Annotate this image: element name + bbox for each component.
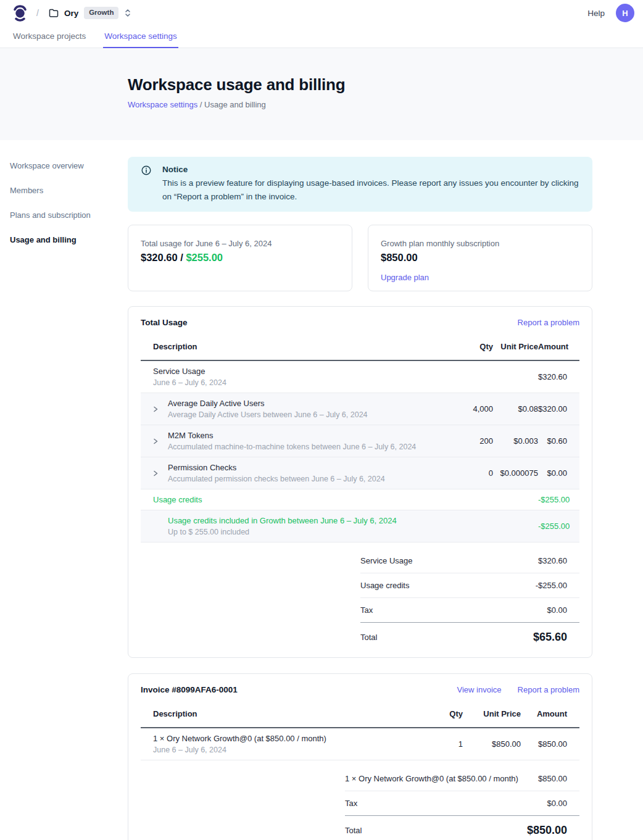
avatar-initial: H <box>622 9 628 18</box>
plan-badge: Growth <box>84 7 118 19</box>
summary-row-total: Total $850.00 <box>345 816 579 840</box>
invoice-card: Invoice #8099AFA6-0001 View invoice Repo… <box>128 673 592 840</box>
breadcrumb-workspace-settings-link[interactable]: Workspace settings <box>128 100 197 109</box>
summary-row-service-usage: Service Usage $320.60 <box>360 549 579 573</box>
report-problem-link[interactable]: Report a problem <box>518 685 579 694</box>
table-row-daily-active-users: Average Daily Active Users Average Daily… <box>141 393 579 425</box>
workspace-tabbar: Workspace projects Workspace settings <box>0 26 643 48</box>
table-row-usage-credits: Usage credits -$255.00 <box>141 489 579 510</box>
column-amount: Amount <box>521 709 579 718</box>
summary-row-subscription: 1 × Ory Network Growth@0 (at $850.00 / m… <box>345 767 579 791</box>
breadcrumb: Workspace settings / Usage and billing <box>128 100 592 109</box>
table-row-usage-credits-included: Usage credits included in Growth between… <box>141 510 579 543</box>
total-usage-card: Total usage for June 6 – July 6, 2024 $3… <box>128 225 352 291</box>
summary-row-usage-credits: Usage credits -$255.00 <box>360 573 579 598</box>
user-avatar[interactable]: H <box>616 4 634 22</box>
column-description: Description <box>141 709 413 718</box>
column-qty: Qty <box>413 709 463 718</box>
subscription-card: Growth plan monthly subscription $850.00… <box>368 225 592 291</box>
summary-row-tax: Tax $0.00 <box>360 598 579 623</box>
sidebar-item-usage-and-billing[interactable]: Usage and billing <box>10 235 122 244</box>
upgrade-plan-link[interactable]: Upgrade plan <box>381 273 579 282</box>
top-bar: / Ory Growth Help H <box>0 0 643 26</box>
column-unit-price: Unit Price <box>463 709 521 718</box>
tab-workspace-settings[interactable]: Workspace settings <box>103 26 178 48</box>
usage-total-value: $65.60 <box>533 631 579 644</box>
usage-card-title: Total Usage <box>141 318 188 327</box>
invoice-table-header: Description Qty Unit Price Amount <box>141 702 579 728</box>
workspace-breadcrumb: / Ory Growth <box>12 4 131 22</box>
invoice-total-value: $850.00 <box>527 824 579 837</box>
sidebar-item-plans-and-subscription[interactable]: Plans and subscription <box>10 210 122 220</box>
summary-row-tax: Tax $0.00 <box>345 791 579 816</box>
notice-title: Notice <box>162 165 580 174</box>
page-title: Workspace usage and billing <box>128 75 592 94</box>
usage-summary: Service Usage $320.60 Usage credits -$25… <box>360 549 579 647</box>
chevron-right-icon[interactable] <box>152 438 159 445</box>
usage-table: Description Qty Unit Price Amount Servic… <box>141 335 579 543</box>
sidebar-item-members[interactable]: Members <box>10 186 122 195</box>
column-qty: Qty <box>444 342 493 351</box>
workspace-name[interactable]: Ory <box>64 9 78 18</box>
notice-banner: Notice This is a preview feature for dis… <box>128 157 592 212</box>
subscription-label: Growth plan monthly subscription <box>381 239 579 248</box>
invoice-summary: 1 × Ory Network Growth@0 (at $850.00 / m… <box>345 767 579 840</box>
column-description: Description <box>141 342 444 351</box>
page: / Ory Growth Help H Workspace projects W… <box>0 0 643 840</box>
usage-invoice-card: Total Usage Report a problem Description… <box>128 306 592 658</box>
table-row-service-usage: Service Usage June 6 – July 6, 2024 $320… <box>141 361 579 393</box>
table-row-permission-checks: Permission Checks Accumulated permission… <box>141 457 579 489</box>
subscription-amount: $850.00 <box>381 252 579 264</box>
workspace-switcher-icon[interactable] <box>124 8 131 18</box>
content-area: Notice This is a preview feature for dis… <box>128 140 592 840</box>
folder-icon <box>49 9 59 17</box>
report-problem-link[interactable]: Report a problem <box>518 318 579 327</box>
chevron-right-icon[interactable] <box>152 470 159 477</box>
invoice-title: Invoice #8099AFA6-0001 <box>141 685 238 694</box>
usage-table-header: Description Qty Unit Price Amount <box>141 335 579 361</box>
help-link[interactable]: Help <box>587 9 605 18</box>
table-row-m2m-tokens: M2M Tokens Accumulated machine-to-machin… <box>141 425 579 457</box>
column-unit-price: Unit Price <box>493 342 538 351</box>
chevron-right-icon[interactable] <box>152 405 159 413</box>
top-bar-actions: Help H <box>587 4 634 22</box>
breadcrumb-separator: / <box>36 8 39 18</box>
invoice-table: Description Qty Unit Price Amount 1 × Or… <box>141 702 579 760</box>
tab-workspace-projects[interactable]: Workspace projects <box>12 26 87 48</box>
ory-logo-icon[interactable] <box>12 4 28 22</box>
settings-sidebar: Workspace overview Members Plans and sub… <box>0 140 128 260</box>
table-row-growth-subscription: 1 × Ory Network Growth@0 (at $850.00 / m… <box>141 728 579 760</box>
total-usage-value: $320.60 / $255.00 <box>141 252 339 264</box>
sidebar-item-workspace-overview[interactable]: Workspace overview <box>10 161 122 170</box>
column-amount: Amount <box>538 342 579 351</box>
info-icon <box>141 165 151 175</box>
breadcrumb-current: / Usage and billing <box>197 100 266 109</box>
notice-body: This is a preview feature for displaying… <box>162 177 580 203</box>
view-invoice-link[interactable]: View invoice <box>457 685 502 694</box>
summary-row-total: Total $65.60 <box>360 623 579 647</box>
usage-credit-amount: $255.00 <box>186 252 223 263</box>
page-hero: Workspace usage and billing Workspace se… <box>0 48 643 140</box>
total-usage-label: Total usage for June 6 – July 6, 2024 <box>141 239 339 248</box>
